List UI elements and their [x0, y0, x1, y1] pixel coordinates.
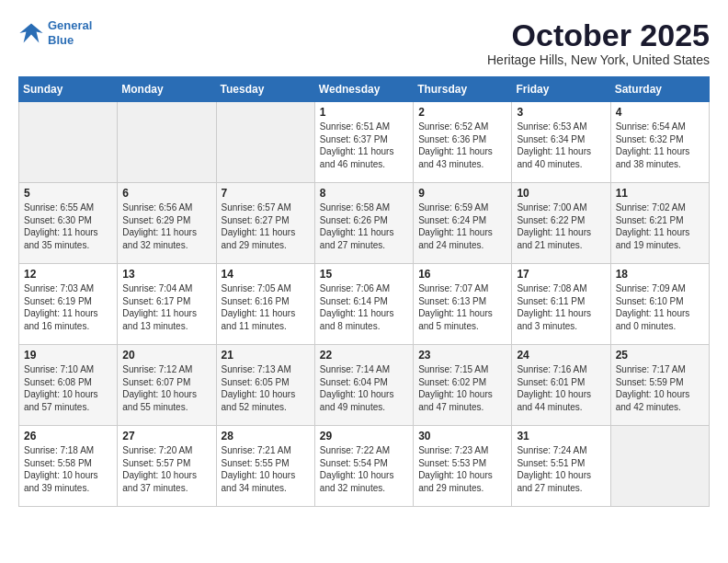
day-number: 3 [517, 106, 605, 119]
calendar-cell: 18Sunrise: 7:09 AM Sunset: 6:10 PM Dayli… [610, 264, 709, 345]
day-info: Sunrise: 7:15 AM Sunset: 6:02 PM Dayligh… [418, 363, 506, 413]
day-info: Sunrise: 7:18 AM Sunset: 5:58 PM Dayligh… [24, 444, 112, 494]
day-number: 19 [24, 349, 112, 362]
weekday-header-tuesday: Tuesday [216, 77, 314, 102]
day-info: Sunrise: 7:03 AM Sunset: 6:19 PM Dayligh… [24, 282, 112, 332]
day-info: Sunrise: 6:54 AM Sunset: 6:32 PM Dayligh… [616, 121, 704, 170]
day-number: 15 [320, 268, 408, 281]
calendar-cell: 27Sunrise: 7:20 AM Sunset: 5:57 PM Dayli… [118, 426, 216, 507]
day-number: 2 [418, 106, 506, 119]
weekday-header-wednesday: Wednesday [314, 77, 413, 102]
calendar-cell: 19Sunrise: 7:10 AM Sunset: 6:08 PM Dayli… [19, 345, 118, 426]
calendar-cell: 7Sunrise: 6:57 AM Sunset: 6:27 PM Daylig… [216, 183, 314, 264]
day-info: Sunrise: 6:55 AM Sunset: 6:30 PM Dayligh… [24, 201, 112, 251]
day-info: Sunrise: 7:02 AM Sunset: 6:21 PM Dayligh… [616, 201, 704, 251]
day-number: 16 [418, 268, 506, 281]
weekday-header-saturday: Saturday [610, 77, 709, 102]
day-number: 10 [517, 187, 605, 200]
calendar-cell: 13Sunrise: 7:04 AM Sunset: 6:17 PM Dayli… [118, 264, 216, 345]
weekday-header-sunday: Sunday [19, 77, 118, 102]
calendar-cell: 29Sunrise: 7:22 AM Sunset: 5:54 PM Dayli… [314, 426, 413, 507]
day-number: 28 [222, 430, 310, 442]
day-info: Sunrise: 7:08 AM Sunset: 6:11 PM Dayligh… [517, 282, 605, 332]
calendar-week-1: 1Sunrise: 6:51 AM Sunset: 6:37 PM Daylig… [19, 102, 710, 183]
logo-text: General Blue [48, 18, 92, 47]
calendar-cell [19, 102, 118, 183]
logo-line1: General [48, 18, 92, 32]
day-number: 1 [320, 106, 408, 119]
day-info: Sunrise: 6:52 AM Sunset: 6:36 PM Dayligh… [418, 121, 506, 170]
day-info: Sunrise: 7:10 AM Sunset: 6:08 PM Dayligh… [24, 363, 112, 413]
svg-marker-0 [19, 23, 42, 42]
day-info: Sunrise: 7:20 AM Sunset: 5:57 PM Dayligh… [122, 444, 210, 494]
day-number: 9 [418, 187, 506, 200]
calendar-cell: 8Sunrise: 6:58 AM Sunset: 6:26 PM Daylig… [314, 183, 413, 264]
weekday-header-monday: Monday [118, 77, 216, 102]
calendar-cell: 1Sunrise: 6:51 AM Sunset: 6:37 PM Daylig… [314, 102, 413, 183]
day-info: Sunrise: 7:12 AM Sunset: 6:07 PM Dayligh… [122, 363, 210, 413]
calendar-cell: 30Sunrise: 7:23 AM Sunset: 5:53 PM Dayli… [414, 426, 512, 507]
day-number: 7 [222, 187, 310, 200]
day-number: 31 [517, 430, 605, 442]
day-info: Sunrise: 6:56 AM Sunset: 6:29 PM Dayligh… [122, 201, 210, 251]
day-number: 13 [122, 268, 210, 281]
calendar-cell: 28Sunrise: 7:21 AM Sunset: 5:55 PM Dayli… [216, 426, 314, 507]
day-info: Sunrise: 7:23 AM Sunset: 5:53 PM Dayligh… [418, 444, 506, 494]
day-info: Sunrise: 6:51 AM Sunset: 6:37 PM Dayligh… [320, 121, 408, 170]
day-number: 27 [122, 430, 210, 442]
calendar-week-2: 5Sunrise: 6:55 AM Sunset: 6:30 PM Daylig… [19, 183, 710, 264]
day-number: 17 [517, 268, 605, 281]
day-number: 18 [616, 268, 704, 281]
day-info: Sunrise: 6:57 AM Sunset: 6:27 PM Dayligh… [222, 201, 310, 251]
day-info: Sunrise: 7:04 AM Sunset: 6:17 PM Dayligh… [122, 282, 210, 332]
weekday-header-thursday: Thursday [414, 77, 512, 102]
title-block: October 2025 Heritage Hills, New York, U… [487, 18, 710, 67]
day-number: 11 [616, 187, 704, 200]
day-info: Sunrise: 7:06 AM Sunset: 6:14 PM Dayligh… [320, 282, 408, 332]
calendar-table: SundayMondayTuesdayWednesdayThursdayFrid… [18, 76, 710, 507]
logo-line2: Blue [48, 33, 74, 47]
day-info: Sunrise: 7:05 AM Sunset: 6:16 PM Dayligh… [222, 282, 310, 332]
calendar-cell: 2Sunrise: 6:52 AM Sunset: 6:36 PM Daylig… [414, 102, 512, 183]
location: Heritage Hills, New York, United States [487, 52, 710, 67]
page-header: General Blue October 2025 Heritage Hills… [18, 18, 710, 67]
calendar-cell: 16Sunrise: 7:07 AM Sunset: 6:13 PM Dayli… [414, 264, 512, 345]
calendar-cell: 4Sunrise: 6:54 AM Sunset: 6:32 PM Daylig… [610, 102, 709, 183]
calendar-cell: 17Sunrise: 7:08 AM Sunset: 6:11 PM Dayli… [512, 264, 610, 345]
logo-icon [18, 20, 44, 46]
calendar-cell [610, 426, 709, 507]
calendar-cell: 14Sunrise: 7:05 AM Sunset: 6:16 PM Dayli… [216, 264, 314, 345]
day-info: Sunrise: 7:22 AM Sunset: 5:54 PM Dayligh… [320, 444, 408, 494]
calendar-week-5: 26Sunrise: 7:18 AM Sunset: 5:58 PM Dayli… [19, 426, 710, 507]
day-info: Sunrise: 7:00 AM Sunset: 6:22 PM Dayligh… [517, 201, 605, 251]
calendar-cell: 25Sunrise: 7:17 AM Sunset: 5:59 PM Dayli… [610, 345, 709, 426]
month-title: October 2025 [487, 18, 710, 52]
day-info: Sunrise: 7:07 AM Sunset: 6:13 PM Dayligh… [418, 282, 506, 332]
calendar-cell: 12Sunrise: 7:03 AM Sunset: 6:19 PM Dayli… [19, 264, 118, 345]
day-number: 5 [24, 187, 112, 200]
calendar-cell: 24Sunrise: 7:16 AM Sunset: 6:01 PM Dayli… [512, 345, 610, 426]
day-info: Sunrise: 7:24 AM Sunset: 5:51 PM Dayligh… [517, 444, 605, 494]
day-number: 12 [24, 268, 112, 281]
day-number: 21 [222, 349, 310, 362]
day-number: 4 [616, 106, 704, 119]
calendar-cell: 26Sunrise: 7:18 AM Sunset: 5:58 PM Dayli… [19, 426, 118, 507]
calendar-cell: 21Sunrise: 7:13 AM Sunset: 6:05 PM Dayli… [216, 345, 314, 426]
day-number: 22 [320, 349, 408, 362]
day-number: 29 [320, 430, 408, 442]
day-number: 26 [24, 430, 112, 442]
calendar-cell: 11Sunrise: 7:02 AM Sunset: 6:21 PM Dayli… [610, 183, 709, 264]
day-info: Sunrise: 7:16 AM Sunset: 6:01 PM Dayligh… [517, 363, 605, 413]
day-number: 8 [320, 187, 408, 200]
calendar-cell: 31Sunrise: 7:24 AM Sunset: 5:51 PM Dayli… [512, 426, 610, 507]
day-number: 14 [222, 268, 310, 281]
day-info: Sunrise: 7:17 AM Sunset: 5:59 PM Dayligh… [616, 363, 704, 413]
day-info: Sunrise: 6:53 AM Sunset: 6:34 PM Dayligh… [517, 121, 605, 170]
calendar-cell: 3Sunrise: 6:53 AM Sunset: 6:34 PM Daylig… [512, 102, 610, 183]
calendar-cell: 6Sunrise: 6:56 AM Sunset: 6:29 PM Daylig… [118, 183, 216, 264]
day-info: Sunrise: 7:13 AM Sunset: 6:05 PM Dayligh… [222, 363, 310, 413]
calendar-cell: 10Sunrise: 7:00 AM Sunset: 6:22 PM Dayli… [512, 183, 610, 264]
weekday-header-row: SundayMondayTuesdayWednesdayThursdayFrid… [19, 77, 710, 102]
calendar-cell: 20Sunrise: 7:12 AM Sunset: 6:07 PM Dayli… [118, 345, 216, 426]
day-info: Sunrise: 6:59 AM Sunset: 6:24 PM Dayligh… [418, 201, 506, 251]
